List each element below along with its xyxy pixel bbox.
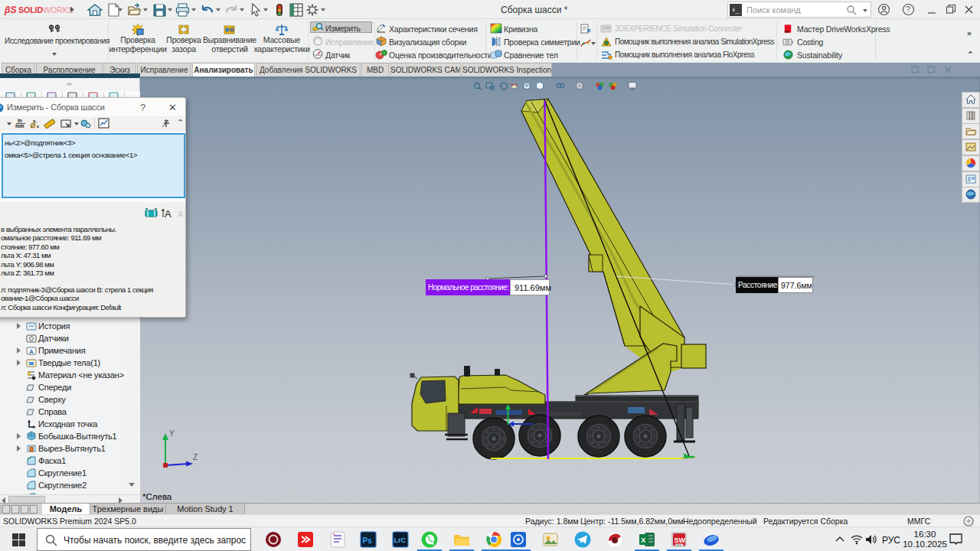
svg-text:A: A <box>29 348 34 355</box>
svg-text:z: z <box>37 124 39 129</box>
svg-text:in: in <box>18 118 22 123</box>
svg-text:mm: mm <box>15 123 24 129</box>
svg-text:?: ? <box>906 5 910 14</box>
svg-text:Z: Z <box>193 453 198 461</box>
svg-text:x,: x, <box>33 119 37 123</box>
svg-text:A·: A· <box>178 210 186 219</box>
svg-text:Y: Y <box>169 429 175 438</box>
svg-text:A: A <box>165 208 172 220</box>
